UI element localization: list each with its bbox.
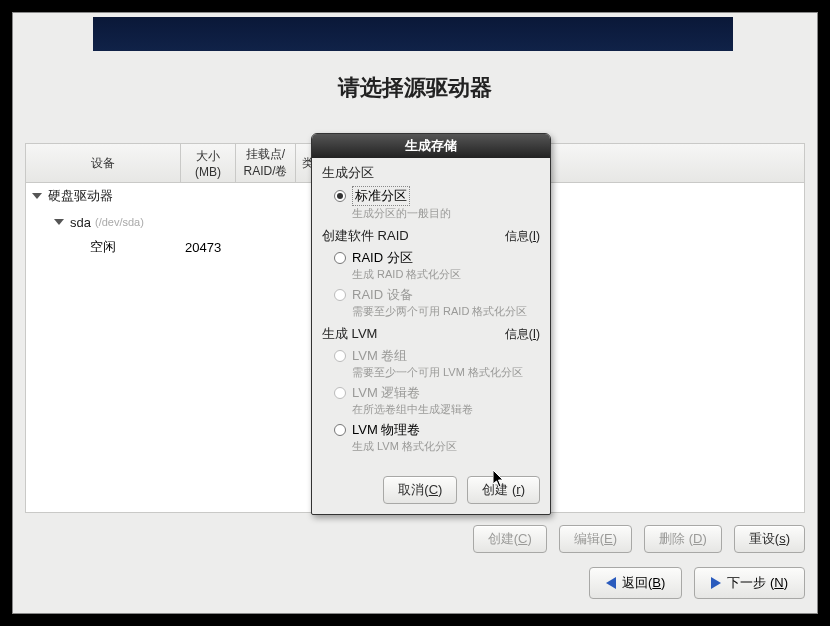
opt-lvm-pv-label: LVM 物理卷 bbox=[352, 421, 420, 439]
chevron-down-icon[interactable] bbox=[54, 219, 64, 225]
reset-label: 重设 bbox=[749, 531, 775, 546]
next-accel: N bbox=[774, 575, 783, 590]
section-raid-head: 创建软件 RAID 信息(I) bbox=[322, 227, 540, 245]
tree-root-label: 硬盘驱动器 bbox=[48, 187, 113, 205]
section-lvm-head: 生成 LVM 信息(I) bbox=[322, 325, 540, 343]
opt-raid-dev-desc: 需要至少两个可用 RAID 格式化分区 bbox=[352, 304, 540, 319]
edit-button[interactable]: 编辑(E) bbox=[559, 525, 632, 553]
radio-selected-icon[interactable] bbox=[334, 190, 346, 202]
radio-icon[interactable] bbox=[334, 252, 346, 264]
delete-button[interactable]: 删除 (D) bbox=[644, 525, 722, 553]
edit-accel: E bbox=[604, 531, 613, 546]
col-device[interactable]: 设备 bbox=[26, 144, 181, 182]
create-button-bg[interactable]: 创建(C) bbox=[473, 525, 547, 553]
free-label: 空闲 bbox=[90, 238, 185, 256]
create-label2: 创建 bbox=[482, 482, 508, 497]
opt-raid-part-label: RAID 分区 bbox=[352, 249, 413, 267]
back-button[interactable]: 返回(B) bbox=[589, 567, 682, 599]
col-mount[interactable]: 挂载点/ RAID/卷 bbox=[236, 144, 296, 182]
arrow-left-icon bbox=[606, 577, 616, 589]
col-size-unit: (MB) bbox=[195, 165, 221, 179]
radio-icon[interactable] bbox=[334, 424, 346, 436]
create-storage-dialog: 生成存储 生成分区 标准分区 生成分区的一般目的 创建软件 RAID 信息(I)… bbox=[311, 133, 551, 515]
opt-lvm-lv-label: LVM 逻辑卷 bbox=[352, 384, 420, 402]
opt-raid-device: RAID 设备 bbox=[334, 286, 540, 304]
cancel-accel: C bbox=[429, 482, 438, 497]
opt-lvm-pv[interactable]: LVM 物理卷 bbox=[334, 421, 540, 439]
create-accel: C bbox=[518, 531, 527, 546]
next-label: 下一步 bbox=[727, 575, 766, 590]
opt-raid-part-desc: 生成 RAID 格式化分区 bbox=[352, 267, 540, 282]
delete-label: 删除 bbox=[659, 531, 685, 546]
back-accel: B bbox=[652, 575, 661, 590]
back-label: 返回 bbox=[622, 575, 648, 590]
cancel-button[interactable]: 取消(C) bbox=[383, 476, 457, 504]
raid-info-link[interactable]: 信息(I) bbox=[505, 228, 540, 245]
opt-lvm-vg-desc: 需要至少一个可用 LVM 格式化分区 bbox=[352, 365, 540, 380]
tree-device-path: (/dev/sda) bbox=[95, 216, 144, 228]
reset-accel: s bbox=[779, 531, 786, 546]
lvm-info-link[interactable]: 信息(I) bbox=[505, 326, 540, 343]
opt-raid-dev-label: RAID 设备 bbox=[352, 286, 413, 304]
reset-button[interactable]: 重设(s) bbox=[734, 525, 805, 553]
col-size-label: 大小 bbox=[196, 148, 220, 165]
info-label: 信息 bbox=[505, 229, 529, 243]
dialog-body: 生成分区 标准分区 生成分区的一般目的 创建软件 RAID 信息(I) RAID… bbox=[312, 158, 550, 468]
info-label2: 信息 bbox=[505, 327, 529, 341]
page-title: 请选择源驱动器 bbox=[13, 73, 817, 103]
col-mount-sub: RAID/卷 bbox=[243, 163, 287, 180]
create-accel2: r bbox=[516, 482, 520, 497]
radio-disabled-icon bbox=[334, 289, 346, 301]
section-partition-head: 生成分区 bbox=[322, 164, 540, 182]
section-lvm-label: 生成 LVM bbox=[322, 325, 377, 343]
table-action-bar: 创建(C) 编辑(E) 删除 (D) 重设(s) bbox=[25, 525, 805, 553]
installer-window: 请选择源驱动器 设备 大小 (MB) 挂载点/ RAID/卷 类型 硬盘驱动器 … bbox=[12, 12, 818, 614]
create-button[interactable]: 创建 (r) bbox=[467, 476, 540, 504]
section-raid-label: 创建软件 RAID bbox=[322, 227, 409, 245]
nav-bar: 返回(B) 下一步 (N) bbox=[589, 567, 805, 599]
opt-lvm-lv: LVM 逻辑卷 bbox=[334, 384, 540, 402]
opt-lvm-vg-label: LVM 卷组 bbox=[352, 347, 407, 365]
chevron-down-icon[interactable] bbox=[32, 193, 42, 199]
col-mount-label: 挂载点/ bbox=[246, 146, 285, 163]
opt-lvm-vg: LVM 卷组 bbox=[334, 347, 540, 365]
opt-lvm-pv-desc: 生成 LVM 格式化分区 bbox=[352, 439, 540, 454]
info-accel2: I bbox=[533, 327, 536, 341]
section-partition-label: 生成分区 bbox=[322, 164, 374, 182]
col-size[interactable]: 大小 (MB) bbox=[181, 144, 236, 182]
header-banner bbox=[93, 17, 733, 51]
create-label: 创建 bbox=[488, 531, 514, 546]
arrow-right-icon bbox=[711, 577, 721, 589]
info-accel: I bbox=[533, 229, 536, 243]
next-button[interactable]: 下一步 (N) bbox=[694, 567, 805, 599]
opt-lvm-lv-desc: 在所选卷组中生成逻辑卷 bbox=[352, 402, 540, 417]
opt-raid-partition[interactable]: RAID 分区 bbox=[334, 249, 540, 267]
opt-standard-label: 标准分区 bbox=[352, 186, 410, 206]
opt-standard-desc: 生成分区的一般目的 bbox=[352, 206, 540, 221]
tree-device-label: sda bbox=[70, 215, 91, 230]
radio-disabled-icon bbox=[334, 350, 346, 362]
radio-disabled-icon bbox=[334, 387, 346, 399]
cancel-label: 取消 bbox=[398, 482, 424, 497]
col-device-label: 设备 bbox=[91, 155, 115, 172]
dialog-title: 生成存储 bbox=[312, 134, 550, 158]
dialog-button-bar: 取消(C) 创建 (r) bbox=[312, 468, 550, 514]
free-size: 20473 bbox=[185, 240, 221, 255]
opt-standard-partition[interactable]: 标准分区 bbox=[334, 186, 540, 206]
edit-label: 编辑 bbox=[574, 531, 600, 546]
delete-accel: D bbox=[693, 531, 702, 546]
